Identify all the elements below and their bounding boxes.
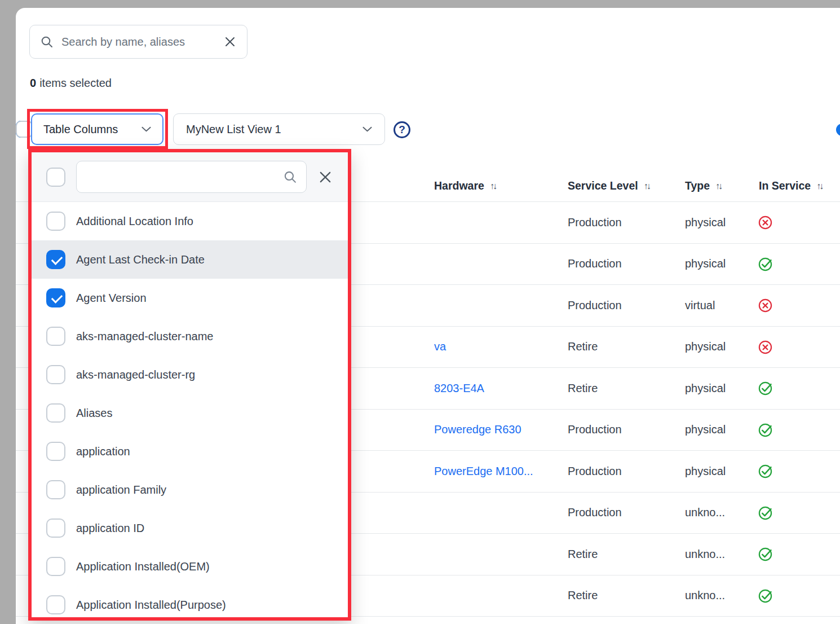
column-option-label: Application Installed(Purpose) — [76, 599, 226, 612]
column-option[interactable]: Application Installed(OEM) — [32, 547, 348, 586]
column-checkbox[interactable] — [46, 327, 65, 346]
column-header-type[interactable]: Type ↑↓ — [685, 179, 721, 192]
column-checkbox[interactable] — [46, 250, 65, 269]
cell-type: physical — [685, 368, 726, 409]
column-option[interactable]: Additional Location Info — [32, 202, 348, 240]
table-columns-button[interactable]: Table Columns — [31, 113, 163, 145]
column-option[interactable]: application — [32, 432, 348, 471]
cell-service-level: Production — [568, 493, 622, 534]
column-filter-input[interactable] — [86, 170, 283, 183]
cell-type: unkno... — [685, 575, 725, 617]
column-header-service-level[interactable]: Service Level ↑↓ — [568, 179, 649, 192]
check-circle-icon — [758, 423, 773, 438]
column-option-label: aks-managed-cluster-name — [76, 330, 213, 343]
dropdown-header — [32, 152, 348, 202]
x-circle-icon — [758, 340, 773, 355]
cell-type: physical — [685, 202, 726, 243]
chevron-down-icon — [362, 126, 372, 132]
check-circle-icon — [758, 257, 773, 272]
column-option-label: application ID — [76, 522, 144, 535]
list-view-select[interactable]: MyNew List View 1 — [173, 113, 385, 145]
select-all-checkbox[interactable] — [46, 168, 65, 187]
check-circle-icon — [758, 506, 773, 521]
in-service-status — [758, 423, 773, 438]
x-circle-icon — [758, 298, 773, 313]
cell-service-level: Production — [568, 451, 622, 492]
cell-type: physical — [685, 327, 726, 368]
cell-hardware[interactable]: PowerEdge M100... — [434, 451, 533, 492]
column-option-label: Aliases — [76, 407, 112, 420]
selected-count: 0 — [30, 77, 36, 89]
column-checkbox[interactable] — [46, 212, 65, 231]
search-input[interactable] — [61, 36, 215, 49]
column-option[interactable]: aks-managed-cluster-rg — [32, 355, 348, 394]
selection-status: 0items selected — [30, 77, 112, 90]
cell-type: physical — [685, 451, 726, 492]
column-filter-search — [76, 161, 307, 193]
in-service-status — [758, 298, 773, 313]
sort-icon[interactable]: ↑↓ — [816, 181, 822, 191]
column-checkbox[interactable] — [46, 518, 65, 538]
cell-hardware[interactable]: va — [434, 327, 446, 368]
column-option-label: application — [76, 445, 130, 458]
in-service-status — [758, 257, 773, 272]
column-checkbox[interactable] — [46, 288, 65, 307]
check-circle-icon — [758, 464, 773, 479]
x-circle-icon — [758, 215, 773, 230]
column-checkbox[interactable] — [46, 403, 65, 423]
column-option[interactable]: application Family — [32, 471, 348, 509]
global-search — [29, 25, 247, 59]
info-icon — [836, 124, 840, 136]
in-service-status — [758, 464, 773, 479]
clear-search-icon[interactable] — [223, 35, 237, 49]
column-option[interactable]: application ID — [32, 509, 348, 547]
search-icon — [283, 170, 297, 184]
check-circle-icon — [758, 588, 773, 604]
column-list: Additional Location Info Agent Last Chec… — [32, 202, 348, 617]
in-service-status — [758, 506, 773, 521]
cell-service-level: Retire — [568, 327, 598, 368]
search-icon — [40, 35, 54, 49]
sort-icon[interactable]: ↑↓ — [644, 181, 649, 191]
table-columns-label: Table Columns — [43, 123, 118, 136]
cell-type: physical — [685, 244, 726, 285]
cell-type: virtual — [685, 285, 715, 326]
column-option[interactable]: Agent Last Check-in Date — [32, 240, 348, 279]
column-option[interactable]: aks-managed-cluster-name — [32, 317, 348, 355]
cell-hardware[interactable]: 8203-E4A — [434, 368, 484, 409]
column-checkbox[interactable] — [46, 442, 65, 461]
cell-service-level: Production — [568, 244, 622, 285]
column-checkbox[interactable] — [46, 595, 65, 614]
column-checkbox[interactable] — [46, 365, 65, 384]
close-icon[interactable] — [317, 169, 333, 185]
cell-type: unkno... — [685, 534, 725, 575]
check-circle-icon — [758, 381, 773, 396]
help-icon[interactable]: ? — [394, 121, 410, 138]
column-option[interactable]: Agent Version — [32, 279, 348, 317]
chevron-down-icon — [142, 126, 151, 132]
cell-service-level: Production — [568, 202, 622, 243]
sort-icon[interactable]: ↑↓ — [715, 181, 721, 191]
column-header-in-service[interactable]: In Service ↑↓ — [759, 179, 822, 192]
cell-service-level: Retire — [568, 534, 598, 575]
checkbox[interactable] — [16, 121, 33, 138]
column-option-label: Agent Version — [76, 292, 147, 305]
cell-service-level: Production — [568, 285, 622, 326]
column-checkbox[interactable] — [46, 480, 65, 499]
column-option[interactable]: Aliases — [32, 394, 348, 432]
main-panel: 0items selected Table Columns MyNew List… — [16, 8, 840, 624]
selected-label: items selected — [39, 77, 112, 89]
in-service-status — [758, 547, 773, 562]
in-service-status — [758, 588, 773, 604]
column-checkbox[interactable] — [46, 557, 65, 576]
sort-icon[interactable]: ↑↓ — [490, 181, 496, 191]
cell-hardware[interactable]: Poweredge R630 — [434, 410, 521, 451]
column-chooser-dropdown: Additional Location Info Agent Last Chec… — [32, 152, 348, 617]
column-option-label: Application Installed(OEM) — [76, 560, 210, 573]
column-option-label: Agent Last Check-in Date — [76, 253, 205, 266]
column-option[interactable]: Application Installed(Purpose) — [32, 586, 348, 617]
in-service-status — [758, 215, 773, 230]
cell-type: physical — [685, 410, 726, 451]
list-view-value: MyNew List View 1 — [186, 123, 281, 136]
column-header-hardware[interactable]: Hardware ↑↓ — [434, 179, 496, 192]
